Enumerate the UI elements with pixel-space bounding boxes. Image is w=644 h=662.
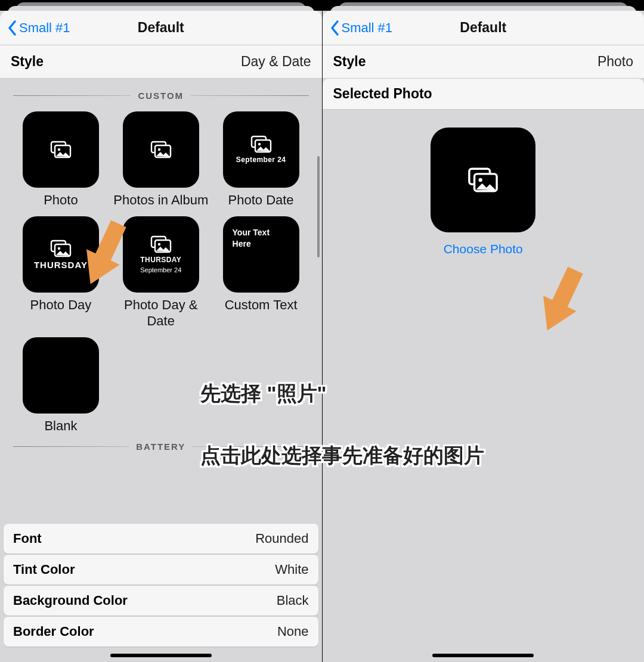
- style-label: Style: [333, 54, 366, 70]
- option-font[interactable]: Font Rounded: [4, 524, 318, 554]
- back-button[interactable]: Small #1: [323, 20, 393, 36]
- style-row[interactable]: Style Photo: [323, 45, 645, 79]
- tile-custom-text[interactable]: Your Text Here Custom Text: [211, 216, 311, 334]
- photo-icon: [150, 235, 172, 253]
- style-grid: Photo Photos in Album September 24 Photo…: [0, 105, 322, 439]
- style-label: Style: [11, 54, 44, 70]
- selected-photo-thumb[interactable]: [431, 128, 535, 232]
- back-label: Small #1: [342, 20, 393, 36]
- tile-photo-date[interactable]: September 24 Photo Date: [211, 111, 311, 213]
- navbar: Small #1 Default: [0, 11, 322, 45]
- group-header-custom: CUSTOM: [0, 79, 322, 105]
- tile-photo-day-date[interactable]: THURSDAY September 24 Photo Day & Date: [111, 216, 211, 334]
- back-button[interactable]: Small #1: [0, 20, 70, 36]
- navbar: Small #1 Default: [323, 11, 645, 45]
- tile-photo[interactable]: Photo: [11, 111, 111, 213]
- choose-photo-button[interactable]: Choose Photo: [444, 242, 523, 256]
- style-value: Photo: [597, 54, 633, 70]
- style-scroll-area[interactable]: CUSTOM Photo Photos in Album: [0, 79, 322, 662]
- tile-blank[interactable]: Blank: [11, 337, 111, 439]
- home-indicator[interactable]: [432, 654, 534, 657]
- group-header-battery: BATTERY: [0, 439, 322, 456]
- style-row[interactable]: Style Day & Date: [0, 45, 322, 79]
- scroll-indicator[interactable]: [317, 156, 320, 257]
- selected-photo-area: Choose Photo: [323, 110, 645, 662]
- chevron-left-icon: [7, 20, 18, 36]
- screenshot-right: Small #1 Default Style Photo Selected Ph…: [323, 0, 645, 662]
- back-label: Small #1: [19, 20, 70, 36]
- card-stack-hint: [0, 0, 322, 11]
- style-value: Day & Date: [241, 54, 311, 70]
- option-rows: Font Rounded Tint Color White Background…: [4, 524, 318, 647]
- photo-icon: [250, 135, 272, 153]
- tile-photo-day[interactable]: THURSDAY Photo Day: [11, 216, 111, 334]
- section-selected-photo: Selected Photo: [323, 79, 645, 110]
- option-background-color[interactable]: Background Color Black: [4, 586, 318, 616]
- option-tint-color[interactable]: Tint Color White: [4, 555, 318, 585]
- card-stack-hint: [323, 0, 645, 11]
- chevron-left-icon: [330, 20, 340, 36]
- home-indicator[interactable]: [110, 654, 212, 657]
- photo-icon: [50, 240, 72, 257]
- tile-photos-in-album[interactable]: Photos in Album: [111, 111, 211, 213]
- photo-icon: [50, 141, 72, 158]
- option-border-color[interactable]: Border Color None: [4, 617, 318, 647]
- photo-icon: [150, 141, 172, 158]
- screenshot-left: Small #1 Default Style Day & Date CUSTOM…: [0, 0, 323, 662]
- photo-icon: [467, 167, 499, 193]
